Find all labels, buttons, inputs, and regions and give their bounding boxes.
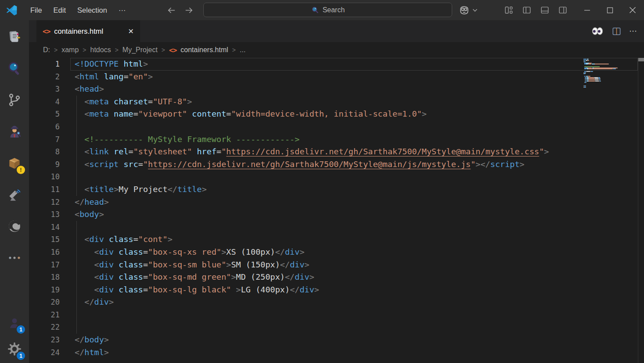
toggle-panel-button[interactable] (540, 5, 550, 15)
more-views-icon[interactable] (0, 247, 29, 268)
search-placeholder: Search (323, 6, 345, 14)
search-view-icon[interactable] (0, 58, 29, 79)
breadcrumb-my-project[interactable]: My_Project (122, 46, 158, 54)
accounts-icon[interactable]: 1 (0, 312, 29, 333)
code-line[interactable]: 18 <div class="box-sq-md green">MD (250p… (29, 271, 644, 284)
code-line[interactable]: 23</body> (29, 334, 644, 346)
breadcrumb-symbol[interactable]: ... (240, 46, 245, 54)
extensions-icon[interactable]: ! (0, 153, 29, 174)
minimize-button[interactable] (576, 0, 598, 20)
debug-detective-icon[interactable] (0, 121, 29, 142)
html-file-icon: <> (43, 27, 50, 36)
maximize-button[interactable] (598, 0, 621, 20)
copilot-icon (458, 5, 470, 16)
code-line[interactable]: 24</html> (29, 346, 644, 359)
extensions-warning-badge: ! (16, 165, 26, 175)
line-number: 12 (29, 196, 75, 209)
forward-arrow-icon[interactable] (183, 5, 194, 15)
line-number: 9 (29, 158, 75, 171)
html-file-icon: <> (169, 46, 176, 54)
line-number: 8 (29, 146, 75, 158)
line-number: 11 (29, 183, 75, 196)
breadcrumb-separator: > (232, 46, 236, 53)
activity-bar: ! 1 (0, 20, 29, 363)
code-line[interactable]: 17 <div class="box-sq-sm blue">SM (150px… (29, 259, 644, 271)
indent-guide (76, 96, 77, 196)
breadcrumb-separator: > (162, 46, 165, 53)
indent-guide (76, 221, 77, 334)
close-window-button[interactable] (621, 0, 644, 20)
breadcrumb-file[interactable]: containers.html (180, 46, 228, 54)
code-line[interactable]: 5 <meta name="viewport" content="width=d… (29, 108, 644, 121)
overview-ruler (638, 58, 638, 363)
breadcrumb: D: > xamp > htdocs > My_Project > <> con… (29, 42, 644, 58)
line-number: 4 (29, 96, 75, 108)
minimap[interactable] (583, 59, 633, 88)
split-editor-icon[interactable] (612, 26, 622, 36)
toggle-primary-sidebar-button[interactable] (522, 5, 532, 15)
code-line[interactable]: 4 <meta charset="UTF-8"> (29, 96, 644, 108)
line-number: 18 (29, 271, 75, 284)
line-number: 10 (29, 171, 75, 183)
edge-tools-icon[interactable] (0, 216, 29, 237)
line-number: 7 (29, 133, 75, 146)
code-line[interactable]: 6 (29, 121, 644, 133)
customize-layout-button[interactable] (504, 5, 514, 15)
breadcrumb-drive[interactable]: D: (43, 46, 50, 54)
line-number: 17 (29, 259, 75, 271)
breadcrumb-separator: > (83, 46, 86, 53)
code-line[interactable]: 8 <link rel="stylesheet" href="https://c… (29, 146, 644, 158)
line-number: 1 (29, 58, 75, 71)
line-number: 3 (29, 83, 75, 96)
scrollbar-thumb[interactable] (638, 58, 644, 61)
back-arrow-icon[interactable] (166, 5, 176, 15)
title-bar: File Edit Selection ··· Search (0, 0, 644, 20)
breadcrumb-xamp[interactable]: xamp (61, 46, 79, 54)
code-line[interactable]: 21 (29, 309, 644, 321)
code-line[interactable]: 20 </div> (29, 296, 644, 309)
code-line[interactable]: 9 <script src="https://cdn.jsdelivr.net/… (29, 158, 644, 171)
menu-edit[interactable]: Edit (48, 6, 72, 14)
line-number: 2 (29, 71, 75, 83)
code-line[interactable]: 7 <!---------- MyStyle Framework -------… (29, 133, 644, 146)
settings-gear-icon[interactable]: 1 (0, 338, 29, 359)
copilot-menu[interactable] (458, 0, 478, 20)
code-line[interactable]: 12</head> (29, 196, 644, 209)
search-input[interactable]: Search (203, 3, 452, 17)
menu-file[interactable]: File (25, 6, 48, 14)
toggle-secondary-sidebar-button[interactable] (558, 5, 568, 15)
code-line[interactable]: 15 <div class="cont"> (29, 233, 644, 246)
source-control-icon[interactable] (0, 89, 29, 110)
code-line[interactable]: 19 <div class="box-sq-lg black" >LG (400… (29, 284, 644, 296)
remote-explorer-icon[interactable] (0, 184, 29, 205)
accounts-badge: 1 (16, 324, 26, 335)
menu-bar: File Edit Selection ··· (25, 6, 131, 14)
search-icon (311, 6, 319, 14)
code-line[interactable]: 22 (29, 321, 644, 334)
code-line[interactable]: 11 <title>My Project</title> (29, 183, 644, 196)
code-line[interactable]: 13<body> (29, 208, 644, 221)
preview-eyes-icon[interactable] (591, 26, 604, 36)
menu-more[interactable]: ··· (113, 6, 131, 14)
tab-close-icon[interactable]: ✕ (126, 26, 136, 36)
tab-bar: <> containers.html ✕ (29, 20, 644, 42)
code-line[interactable]: 3<head> (29, 83, 644, 96)
tab-containers-html[interactable]: <> containers.html ✕ (36, 20, 140, 42)
code-editor[interactable]: 1<!DOCTYPE html>2<html lang="en">3<head>… (29, 58, 644, 363)
line-number: 14 (29, 221, 75, 234)
line-number: 6 (29, 121, 75, 133)
chevron-down-icon (472, 8, 478, 12)
line-number: 16 (29, 246, 75, 259)
editor-more-actions[interactable]: ⋯ (629, 26, 638, 36)
code-line[interactable]: 14 (29, 221, 644, 234)
line-number: 15 (29, 233, 75, 246)
code-line[interactable]: 16 <div class="box-sq-xs red">XS (100px)… (29, 246, 644, 259)
code-line[interactable]: 10 (29, 171, 644, 183)
menu-selection[interactable]: Selection (72, 6, 113, 14)
explorer-icon[interactable] (0, 26, 29, 47)
breadcrumb-htdocs[interactable]: htdocs (90, 46, 111, 54)
line-number: 13 (29, 208, 75, 221)
line-number: 19 (29, 284, 75, 296)
code-line[interactable]: 1<!DOCTYPE html> (29, 58, 644, 71)
code-line[interactable]: 2<html lang="en"> (29, 71, 644, 83)
